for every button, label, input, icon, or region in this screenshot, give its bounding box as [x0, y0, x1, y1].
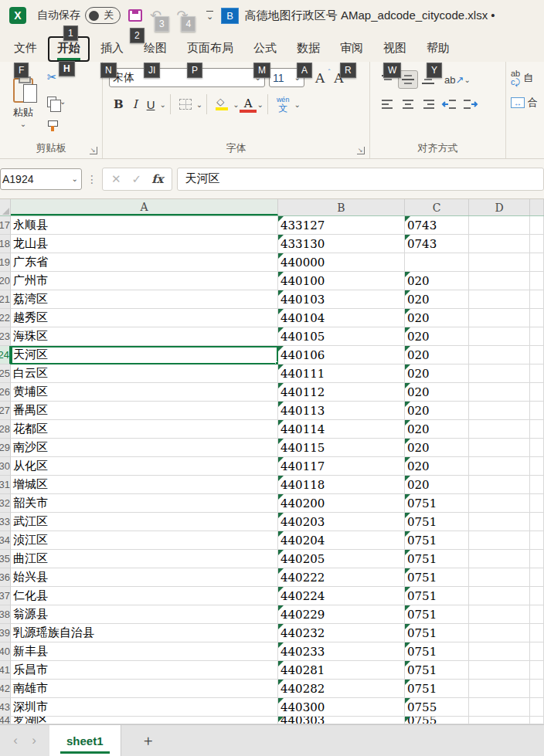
- cell-b1930[interactable]: 440117: [278, 457, 405, 476]
- cell-e1944[interactable]: [530, 717, 544, 724]
- next-sheet-button[interactable]: ›: [32, 733, 36, 748]
- row-header-1937[interactable]: 1937: [0, 587, 11, 605]
- row-header-1944[interactable]: 1944: [0, 717, 11, 724]
- cell-b1936[interactable]: 440222: [278, 568, 405, 587]
- row-header-1929[interactable]: 1929: [0, 439, 11, 457]
- cell-e1932[interactable]: [530, 494, 544, 513]
- row-header-1926[interactable]: 1926: [0, 383, 11, 402]
- row-header-1919[interactable]: 1919: [0, 253, 11, 272]
- align-center-button[interactable]: [398, 95, 418, 114]
- cell-c1928[interactable]: 020: [405, 420, 469, 439]
- cell-d1933[interactable]: [469, 513, 530, 531]
- cell-b1942[interactable]: 440282: [278, 680, 405, 698]
- cell-e1919[interactable]: [530, 253, 544, 272]
- cell-d1926[interactable]: [469, 383, 530, 402]
- cell-d1942[interactable]: [469, 680, 530, 698]
- cell-b1933[interactable]: 440203: [278, 513, 405, 531]
- grow-font-button[interactable]: Aˆ: [315, 70, 325, 86]
- cell-e1928[interactable]: [530, 420, 544, 439]
- row-header-1928[interactable]: 1928: [0, 420, 11, 439]
- cell-a1943[interactable]: 深圳市: [11, 698, 278, 717]
- cell-b1920[interactable]: 440100: [278, 272, 405, 290]
- italic-button[interactable]: I: [128, 97, 142, 111]
- cell-d1921[interactable]: [469, 290, 530, 309]
- row-header-1938[interactable]: 1938: [0, 605, 11, 624]
- cell-a1936[interactable]: 始兴县: [11, 568, 278, 587]
- cell-e1917[interactable]: [530, 216, 544, 235]
- row-header-1941[interactable]: 1941: [0, 661, 11, 680]
- cell-d1939[interactable]: [469, 624, 530, 642]
- cell-c1943[interactable]: 0755: [405, 698, 469, 717]
- cell-c1920[interactable]: 020: [405, 272, 469, 290]
- wrap-text-button[interactable]: abc⤸ 自: [511, 68, 544, 88]
- row-header-1924[interactable]: 1924: [0, 346, 11, 364]
- cell-c1934[interactable]: 0751: [405, 531, 469, 550]
- cell-e1924[interactable]: [530, 346, 544, 364]
- cell-c1926[interactable]: 020: [405, 383, 469, 402]
- cell-c1932[interactable]: 0751: [405, 494, 469, 513]
- cell-e1941[interactable]: [530, 661, 544, 680]
- phonetic-guide-button[interactable]: wén 文: [272, 97, 294, 113]
- borders-chevron-icon[interactable]: ⌄: [196, 100, 202, 109]
- row-header-1927[interactable]: 1927: [0, 402, 11, 420]
- format-painter-button[interactable]: [45, 118, 68, 134]
- cell-b1929[interactable]: 440115: [278, 439, 405, 457]
- column-header-d[interactable]: D: [469, 199, 530, 215]
- row-header-1930[interactable]: 1930: [0, 457, 11, 476]
- cell-a1928[interactable]: 花都区: [11, 420, 278, 439]
- merge-center-button[interactable]: ↔ 合: [511, 93, 544, 113]
- cell-a1941[interactable]: 乐昌市: [11, 661, 278, 680]
- cell-c1939[interactable]: 0751: [405, 624, 469, 642]
- cell-e1940[interactable]: [530, 642, 544, 661]
- row-header-1920[interactable]: 1920: [0, 272, 11, 290]
- prev-sheet-button[interactable]: ‹: [13, 733, 18, 748]
- align-right-button[interactable]: [418, 95, 438, 114]
- qat-customize-icon[interactable]: ⌄: [206, 11, 213, 21]
- cell-b1940[interactable]: 440233: [278, 642, 405, 661]
- ribbon-tab-f[interactable]: 文件F: [5, 36, 46, 62]
- cell-b1923[interactable]: 440105: [278, 327, 405, 346]
- cell-d1943[interactable]: [469, 698, 530, 717]
- row-header-1923[interactable]: 1923: [0, 327, 11, 346]
- select-all-button[interactable]: [0, 199, 11, 215]
- cell-a1923[interactable]: 海珠区: [11, 327, 278, 346]
- cell-c1931[interactable]: 020: [405, 476, 469, 494]
- cell-e1936[interactable]: [530, 568, 544, 587]
- cell-a1934[interactable]: 浈江区: [11, 531, 278, 550]
- undo-button[interactable]: ↶ ⌄ 3: [150, 7, 168, 24]
- cell-a1942[interactable]: 南雄市: [11, 680, 278, 698]
- save-button[interactable]: 2: [128, 9, 142, 22]
- cell-c1929[interactable]: 020: [405, 439, 469, 457]
- cell-a1920[interactable]: 广州市: [11, 272, 278, 290]
- row-header-1933[interactable]: 1933: [0, 513, 11, 531]
- cell-d1941[interactable]: [469, 661, 530, 680]
- cell-a1926[interactable]: 黄埔区: [11, 383, 278, 402]
- cell-a1938[interactable]: 翁源县: [11, 605, 278, 624]
- cell-b1944[interactable]: 440303: [278, 717, 405, 724]
- cell-a1937[interactable]: 仁化县: [11, 587, 278, 605]
- cell-d1925[interactable]: [469, 364, 530, 383]
- column-header-c[interactable]: C: [405, 199, 469, 215]
- cell-e1930[interactable]: [530, 457, 544, 476]
- cell-b1917[interactable]: 433127: [278, 216, 405, 235]
- cell-c1930[interactable]: 020: [405, 457, 469, 476]
- cell-d1930[interactable]: [469, 457, 530, 476]
- cell-b1919[interactable]: 440000: [278, 253, 405, 272]
- cell-a1930[interactable]: 从化区: [11, 457, 278, 476]
- fill-handle[interactable]: [275, 361, 278, 364]
- cell-e1918[interactable]: [530, 235, 544, 253]
- formula-input[interactable]: 天河区: [177, 168, 544, 191]
- cell-a1925[interactable]: 白云区: [11, 364, 278, 383]
- cell-c1924[interactable]: 020: [405, 346, 469, 364]
- ribbon-tab-p[interactable]: 页面布局P: [178, 36, 243, 62]
- cell-b1939[interactable]: 440232: [278, 624, 405, 642]
- cell-d1922[interactable]: [469, 309, 530, 327]
- cell-d1934[interactable]: [469, 531, 530, 550]
- cell-b1932[interactable]: 440200: [278, 494, 405, 513]
- column-header-a[interactable]: A: [11, 199, 278, 215]
- cell-d1936[interactable]: [469, 568, 530, 587]
- cell-a1932[interactable]: 韶关市: [11, 494, 278, 513]
- cell-e1927[interactable]: [530, 402, 544, 420]
- cell-c1925[interactable]: 020: [405, 364, 469, 383]
- cell-b1921[interactable]: 440103: [278, 290, 405, 309]
